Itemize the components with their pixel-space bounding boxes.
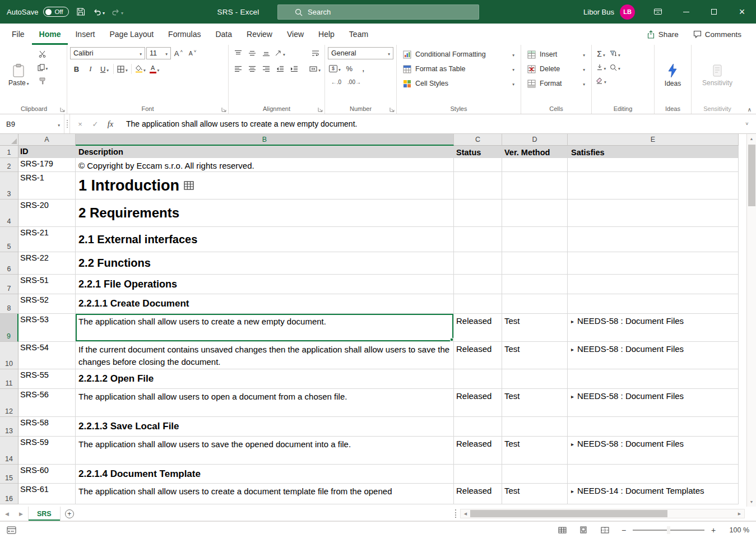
find-select-button[interactable]	[609, 61, 622, 73]
decrease-decimal-button[interactable]: .00→	[346, 76, 363, 88]
increase-font-size-button[interactable]: A˄	[172, 47, 185, 59]
italic-button[interactable]: I	[84, 63, 97, 75]
cell-B2[interactable]: © Copyright by Eccam s.r.o. All rights r…	[76, 158, 454, 172]
clear-button[interactable]	[595, 75, 607, 87]
cut-button[interactable]	[36, 48, 49, 60]
merge-center-button[interactable]	[308, 63, 322, 75]
cell-B8[interactable]: 2.2.1.1 Create Document	[76, 294, 454, 314]
expand-arrow-icon[interactable]: ▸	[571, 344, 574, 355]
cell-D11[interactable]	[502, 369, 568, 389]
delete-cells-button[interactable]: Delete	[524, 62, 588, 76]
cell-B3[interactable]: 1 Introduction	[76, 172, 454, 200]
maximize-button[interactable]	[700, 0, 728, 24]
cell-C9[interactable]: Released	[454, 314, 502, 342]
cell-E8[interactable]	[568, 294, 739, 314]
search-box[interactable]: Search	[277, 4, 479, 20]
comma-style-button[interactable]: ,	[357, 62, 370, 75]
cell-D7[interactable]	[502, 275, 568, 294]
cell-E15[interactable]	[568, 465, 739, 484]
new-sheet-button[interactable]: +	[61, 507, 78, 521]
cell-C12[interactable]: Released	[454, 389, 502, 417]
vertical-scrollbar[interactable]: ▲ ▼	[746, 134, 756, 507]
column-header-A[interactable]: A	[18, 134, 76, 146]
percent-style-button[interactable]: %	[343, 62, 356, 75]
select-all-corner[interactable]	[0, 134, 18, 146]
ribbon-tab-data[interactable]: Data	[208, 24, 239, 45]
row-header-4[interactable]: 4	[0, 200, 18, 227]
enter-icon[interactable]: ✓	[89, 117, 102, 131]
row-header-11[interactable]: 11	[0, 369, 18, 389]
cell-A13[interactable]: SRS-58	[18, 417, 76, 437]
cell-A2[interactable]: SRS-179	[18, 158, 76, 172]
cell-C1[interactable]: Status	[454, 146, 502, 158]
formula-bar-handle[interactable]	[64, 114, 70, 133]
cell-E13[interactable]	[568, 417, 739, 437]
row-header-8[interactable]: 8	[0, 294, 18, 314]
number-format-combo[interactable]: General	[328, 47, 393, 59]
increase-indent-button[interactable]	[287, 63, 300, 75]
cell-B11[interactable]: 2.2.1.2 Open File	[76, 369, 454, 389]
cell-B6[interactable]: 2.2 Functions	[76, 252, 454, 275]
cell-B12[interactable]: The application shall allow users to ope…	[76, 389, 454, 417]
wrap-text-button[interactable]	[309, 47, 322, 59]
column-header-E[interactable]: E	[568, 134, 739, 146]
underline-button[interactable]: U	[98, 63, 111, 75]
autosave-toggle[interactable]: Off	[43, 7, 68, 17]
row-header-16[interactable]: 16	[0, 484, 18, 504]
cell-C11[interactable]	[454, 369, 502, 389]
name-box[interactable]: B9	[0, 114, 64, 133]
row-header-5[interactable]: 5	[0, 227, 18, 252]
number-dialog-launcher[interactable]	[389, 107, 395, 112]
fill-color-button[interactable]	[134, 63, 147, 75]
cell-D14[interactable]: Test	[502, 437, 568, 465]
scroll-down-icon[interactable]: ▼	[747, 497, 756, 507]
row-header-9[interactable]: 9	[0, 314, 18, 342]
cell-styles-button[interactable]: Cell Styles	[400, 76, 518, 91]
alignment-dialog-launcher[interactable]	[318, 107, 323, 112]
expand-arrow-icon[interactable]: ▸	[571, 391, 574, 402]
cell-E14[interactable]: ▸NEEDS-58 : Document Files	[568, 437, 739, 465]
row-header-1[interactable]: 1	[0, 146, 18, 158]
sheet-nav-right-icon[interactable]: ▶	[14, 507, 28, 521]
format-painter-button[interactable]	[36, 75, 49, 87]
formula-bar-expand-icon[interactable]: ˅	[738, 114, 756, 133]
zoom-slider-thumb[interactable]	[667, 526, 670, 534]
cell-D8[interactable]	[502, 294, 568, 314]
expand-arrow-icon[interactable]: ▸	[571, 316, 574, 327]
middle-align-button[interactable]	[245, 47, 258, 59]
cell-D1[interactable]: Ver. Method	[502, 146, 568, 158]
cell-D16[interactable]: Test	[502, 484, 568, 504]
accounting-format-button[interactable]: $	[328, 62, 342, 75]
row-header-10[interactable]: 10	[0, 342, 18, 369]
cell-D4[interactable]	[502, 200, 568, 227]
ribbon-tab-formulas[interactable]: Formulas	[161, 24, 208, 45]
cell-A8[interactable]: SRS-52	[18, 294, 76, 314]
cell-E11[interactable]	[568, 369, 739, 389]
cell-E9[interactable]: ▸NEEDS-58 : Document Files	[568, 314, 739, 342]
format-cells-button[interactable]: Format	[524, 76, 588, 91]
fill-handle[interactable]	[450, 338, 453, 341]
font-name-combo[interactable]: Calibri	[70, 47, 145, 59]
zoom-in-button[interactable]: +	[708, 524, 719, 536]
decrease-font-size-button[interactable]: A˅	[186, 47, 199, 59]
sheet-tab-srs[interactable]: SRS	[28, 507, 61, 521]
horizontal-scrollbar-track[interactable]	[470, 509, 735, 518]
cell-C10[interactable]: Released	[454, 342, 502, 369]
row-header-7[interactable]: 7	[0, 275, 18, 294]
cell-A11[interactable]: SRS-55	[18, 369, 76, 389]
ribbon-tab-insert[interactable]: Insert	[68, 24, 102, 45]
page-break-view-button[interactable]	[597, 523, 613, 537]
page-layout-view-button[interactable]	[576, 523, 591, 537]
cell-B9[interactable]: The application shall allow users to cre…	[76, 314, 454, 342]
cell-E2[interactable]	[568, 158, 739, 172]
bottom-align-button[interactable]	[259, 47, 272, 59]
cell-B1[interactable]: Description	[76, 146, 454, 158]
row-header-14[interactable]: 14	[0, 437, 18, 465]
cell-E1[interactable]: Satisfies	[568, 146, 739, 158]
cell-C5[interactable]	[454, 227, 502, 252]
cell-A10[interactable]: SRS-54	[18, 342, 76, 369]
share-button[interactable]: Share	[641, 28, 684, 41]
align-right-button[interactable]	[259, 63, 272, 75]
font-size-combo[interactable]: 11	[146, 47, 171, 59]
borders-button[interactable]	[116, 63, 129, 75]
